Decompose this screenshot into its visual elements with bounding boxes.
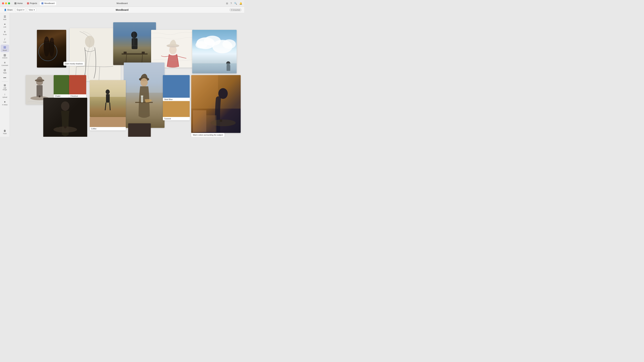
swatch-chestnut-label: Chestnut <box>69 94 86 98</box>
annotation-dark-shadows: Dark moody shadows <box>64 62 84 66</box>
sidebar-label-todo: To-do <box>3 34 7 35</box>
sidebar-item-board[interactable]: ⊞ Board <box>1 44 9 52</box>
svg-rect-29 <box>36 85 42 97</box>
svg-point-44 <box>106 89 110 94</box>
swatch-chalet[interactable]: Chalet <box>54 75 69 98</box>
svg-rect-48 <box>191 75 218 109</box>
sidebar-item-line[interactable]: / Line <box>1 37 9 44</box>
export-label: Export <box>17 9 23 11</box>
nav-tabs: Home Projects Moodboard <box>13 1 56 5</box>
svg-line-46 <box>105 103 106 110</box>
swatch-steel-blue-label: Steel Blue <box>163 98 190 101</box>
line-icon: / <box>4 38 5 41</box>
minimize-button[interactable] <box>5 2 7 4</box>
todo-icon: ≡ <box>4 30 6 33</box>
moodboard-item-woman-cafe[interactable] <box>191 75 241 133</box>
share-label: Share <box>7 9 12 11</box>
share-icon: 👤 <box>4 9 6 11</box>
sidebar-divider <box>2 81 8 82</box>
moodboard-tab-icon <box>42 2 44 4</box>
swatch-chestnut[interactable]: Chestnut <box>69 75 86 98</box>
traffic-lights <box>2 2 10 4</box>
swatch-steel-blue[interactable]: Steel Blue <box>163 75 190 101</box>
moodboard-item-silhouette-field[interactable] <box>90 80 126 117</box>
tab-projects[interactable]: Projects <box>25 1 39 5</box>
moodboard-item-sketch-hat[interactable] <box>151 30 194 67</box>
svg-rect-39 <box>135 102 153 103</box>
sidebar-item-more[interactable]: ••• <box>1 75 9 80</box>
sidebar-label-line: Line <box>3 41 6 43</box>
badge-icon[interactable]: ⊟ <box>226 2 228 5</box>
svg-point-4 <box>50 38 54 42</box>
link-icon: ⚭ <box>4 23 6 26</box>
swatch-coffee-color <box>90 117 126 127</box>
titlebar: Home Projects Moodboard Moodboard ⊟ ? 🔍 … <box>0 0 244 7</box>
view-chevron-icon: ▾ <box>34 9 35 11</box>
projects-tab-label: Projects <box>30 2 37 4</box>
svg-point-23 <box>222 39 236 49</box>
share-button[interactable]: 👤 Share <box>3 8 14 11</box>
svg-rect-40 <box>141 96 143 102</box>
toolbar-right: 0 Unsorted <box>230 8 242 11</box>
unsorted-badge[interactable]: 0 Unsorted <box>230 8 242 11</box>
sidebar-label-ai-ideas: AI Ideas <box>2 104 8 106</box>
bell-icon[interactable]: 🔔 <box>239 2 242 5</box>
sidebar-item-trash[interactable]: 🗑 Trash <box>1 129 9 135</box>
svg-point-21 <box>196 41 207 49</box>
sidebar-item-todo[interactable]: ≡ To-do <box>1 29 9 36</box>
sidebar-item-upload[interactable]: ↑ Upload <box>1 92 9 99</box>
swatch-chalet-color <box>54 75 69 94</box>
swatch-tussock-label: Tussock <box>163 117 190 120</box>
swatch-kabul-color <box>128 123 151 137</box>
sidebar-label-link: Link <box>3 26 6 28</box>
swatch-chalet-label: Chalet <box>54 94 69 98</box>
sidebar-item-table[interactable]: ⊟ Table <box>1 68 9 75</box>
sidebar: ☰ Note ⚭ Link ≡ To-do / Line ⊞ Board ▥ C… <box>0 13 10 137</box>
ai-ideas-icon: ✦ <box>4 101 6 103</box>
sidebar-label-table: Table <box>3 72 7 74</box>
sidebar-label-column: Column <box>2 57 8 59</box>
sidebar-label-upload: Upload <box>2 96 7 98</box>
sidebar-item-link[interactable]: ⚭ Link <box>1 22 9 29</box>
swatch-steel-blue-color <box>163 75 190 98</box>
sidebar-item-comment[interactable]: ≡ Comment <box>1 60 9 67</box>
question-icon[interactable]: ? <box>230 2 232 5</box>
home-tab-label: Home <box>17 2 23 4</box>
moodboard-item-dark-figures[interactable] <box>37 30 66 67</box>
sidebar-label-trash: Trash <box>3 133 7 134</box>
annotation-warm-colors: Warm colors surrounding the subject <box>191 133 224 137</box>
more-icon: ••• <box>3 76 6 79</box>
tab-moodboard[interactable]: Moodboard <box>40 1 56 5</box>
moodboard-item-woman-table[interactable] <box>43 98 87 137</box>
sidebar-label-add-image: Add Image <box>1 87 8 90</box>
swatch-kabul[interactable]: Kabul <box>128 123 151 137</box>
export-button[interactable]: Export ▾ <box>15 8 26 12</box>
svg-point-5 <box>85 36 94 47</box>
sidebar-item-note[interactable]: ☰ Note <box>1 14 9 21</box>
sidebar-item-ai-ideas[interactable]: ✦ AI Ideas <box>1 100 9 107</box>
svg-line-7 <box>99 67 100 80</box>
toolbar-left: 👤 Share Export ▾ View ▾ <box>3 8 36 12</box>
maximize-button[interactable] <box>8 2 10 4</box>
svg-rect-35 <box>57 125 59 127</box>
search-icon[interactable]: 🔍 <box>234 2 237 5</box>
swatch-tussock[interactable]: Tussock <box>163 101 190 120</box>
tab-home[interactable]: Home <box>13 1 24 5</box>
swatch-coffee-label: Coffee <box>90 127 126 130</box>
svg-rect-15 <box>115 24 133 46</box>
svg-line-47 <box>110 103 110 110</box>
moodboard-item-waiter[interactable] <box>124 62 164 128</box>
close-button[interactable] <box>2 2 4 4</box>
moodboard-item-blue-cafe[interactable] <box>113 22 156 65</box>
svg-rect-14 <box>142 52 145 54</box>
swatch-coffee[interactable]: Coffee <box>90 117 126 130</box>
moodboard-tab-label: Moodboard <box>44 2 54 4</box>
sidebar-item-column[interactable]: ▥ Column <box>1 53 9 60</box>
board-icon: ⊞ <box>3 45 6 49</box>
svg-point-38 <box>140 78 148 86</box>
comment-icon: ≡ <box>4 61 6 64</box>
canvas-area[interactable]: Chalet Chestnut <box>10 13 244 137</box>
sidebar-item-add-image[interactable]: ⊞ Add Image <box>1 83 9 91</box>
view-button[interactable]: View ▾ <box>27 8 36 12</box>
moodboard-item-sky-painting[interactable] <box>192 30 237 73</box>
